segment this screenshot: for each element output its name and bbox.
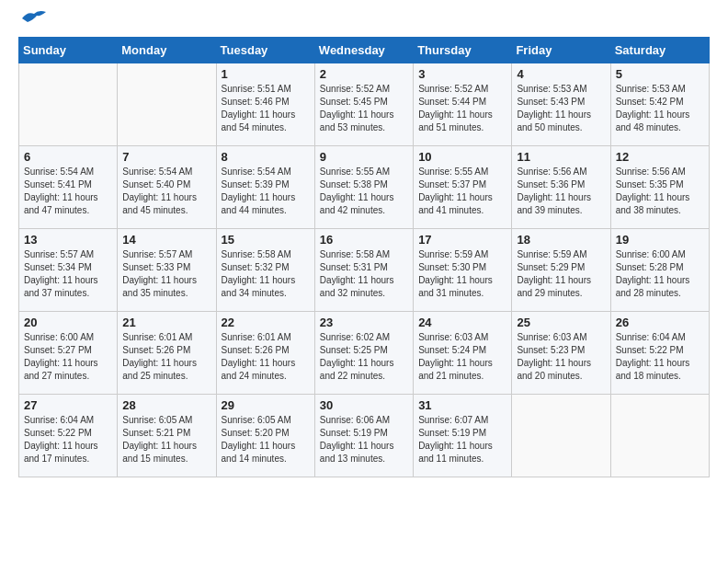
day-number: 8: [222, 150, 310, 164]
day-number: 22: [222, 316, 310, 329]
calendar-cell: 5Sunrise: 5:53 AM Sunset: 5:42 PM Daylig…: [610, 63, 709, 146]
day-number: 12: [616, 150, 704, 164]
day-number: 25: [517, 316, 605, 329]
day-info: Sunrise: 5:58 AM Sunset: 5:32 PM Dayligh…: [222, 248, 310, 300]
calendar-cell: 29Sunrise: 6:05 AM Sunset: 5:20 PM Dayli…: [216, 395, 314, 477]
day-info: Sunrise: 6:03 AM Sunset: 5:23 PM Dayligh…: [517, 331, 605, 383]
day-info: Sunrise: 6:03 AM Sunset: 5:24 PM Dayligh…: [418, 331, 506, 383]
calendar-week-row: 1Sunrise: 5:51 AM Sunset: 5:46 PM Daylig…: [19, 63, 710, 146]
calendar-cell: 12Sunrise: 5:56 AM Sunset: 5:35 PM Dayli…: [610, 146, 709, 229]
day-number: 16: [320, 233, 408, 247]
day-number: 29: [222, 398, 310, 412]
day-number: 3: [418, 67, 506, 81]
day-number: 1: [222, 67, 310, 81]
calendar-cell: 13Sunrise: 5:57 AM Sunset: 5:34 PM Dayli…: [19, 229, 118, 312]
weekday-header-wednesday: Wednesday: [314, 38, 413, 63]
calendar-cell: 18Sunrise: 5:59 AM Sunset: 5:29 PM Dayli…: [512, 229, 610, 312]
calendar-cell: 21Sunrise: 6:01 AM Sunset: 5:26 PM Dayli…: [118, 312, 216, 395]
calendar-cell: 25Sunrise: 6:03 AM Sunset: 5:23 PM Dayli…: [512, 312, 610, 395]
day-number: 5: [616, 67, 704, 81]
day-number: 31: [418, 398, 506, 412]
day-info: Sunrise: 5:58 AM Sunset: 5:31 PM Dayligh…: [320, 248, 408, 300]
day-info: Sunrise: 5:55 AM Sunset: 5:37 PM Dayligh…: [418, 166, 506, 217]
calendar-cell: 19Sunrise: 6:00 AM Sunset: 5:28 PM Dayli…: [610, 229, 709, 312]
day-info: Sunrise: 5:54 AM Sunset: 5:40 PM Dayligh…: [122, 166, 210, 217]
day-info: Sunrise: 5:56 AM Sunset: 5:36 PM Dayligh…: [517, 166, 605, 217]
day-number: 7: [122, 150, 210, 164]
day-info: Sunrise: 6:07 AM Sunset: 5:19 PM Dayligh…: [418, 414, 506, 465]
calendar-cell: 2Sunrise: 5:52 AM Sunset: 5:45 PM Daylig…: [314, 63, 413, 146]
logo-bird-icon: [20, 9, 48, 28]
calendar-cell: 14Sunrise: 5:57 AM Sunset: 5:33 PM Dayli…: [118, 229, 216, 312]
calendar-week-row: 27Sunrise: 6:04 AM Sunset: 5:22 PM Dayli…: [19, 395, 710, 477]
day-number: 13: [24, 233, 112, 247]
day-info: Sunrise: 5:57 AM Sunset: 5:34 PM Dayligh…: [24, 248, 112, 300]
day-number: 26: [616, 316, 704, 329]
day-number: 4: [517, 67, 605, 81]
calendar-cell: [19, 63, 118, 146]
calendar-cell: [610, 395, 709, 477]
calendar-cell: 20Sunrise: 6:00 AM Sunset: 5:27 PM Dayli…: [19, 312, 118, 395]
day-info: Sunrise: 5:56 AM Sunset: 5:35 PM Dayligh…: [616, 166, 704, 217]
calendar-cell: 24Sunrise: 6:03 AM Sunset: 5:24 PM Dayli…: [414, 312, 512, 395]
day-number: 2: [320, 67, 408, 81]
day-info: Sunrise: 5:51 AM Sunset: 5:46 PM Dayligh…: [222, 83, 310, 134]
day-info: Sunrise: 6:05 AM Sunset: 5:20 PM Dayligh…: [222, 414, 310, 465]
calendar-cell: 3Sunrise: 5:52 AM Sunset: 5:44 PM Daylig…: [414, 63, 512, 146]
day-number: 30: [320, 398, 408, 412]
day-info: Sunrise: 6:05 AM Sunset: 5:21 PM Dayligh…: [122, 414, 210, 465]
weekday-header-monday: Monday: [118, 38, 216, 63]
day-info: Sunrise: 6:00 AM Sunset: 5:27 PM Dayligh…: [24, 331, 112, 383]
day-info: Sunrise: 5:53 AM Sunset: 5:42 PM Dayligh…: [616, 83, 704, 134]
day-number: 6: [24, 150, 112, 164]
day-info: Sunrise: 5:55 AM Sunset: 5:38 PM Dayligh…: [320, 166, 408, 217]
calendar-cell: 6Sunrise: 5:54 AM Sunset: 5:41 PM Daylig…: [19, 146, 118, 229]
weekday-header-thursday: Thursday: [414, 38, 512, 63]
calendar-cell: 10Sunrise: 5:55 AM Sunset: 5:37 PM Dayli…: [414, 146, 512, 229]
day-info: Sunrise: 5:57 AM Sunset: 5:33 PM Dayligh…: [122, 248, 210, 300]
calendar-cell: 31Sunrise: 6:07 AM Sunset: 5:19 PM Dayli…: [414, 395, 512, 477]
day-number: 23: [320, 316, 408, 329]
day-number: 17: [418, 233, 506, 247]
calendar-cell: 27Sunrise: 6:04 AM Sunset: 5:22 PM Dayli…: [19, 395, 118, 477]
calendar-cell: 16Sunrise: 5:58 AM Sunset: 5:31 PM Dayli…: [314, 229, 413, 312]
day-info: Sunrise: 5:54 AM Sunset: 5:39 PM Dayligh…: [222, 166, 310, 217]
weekday-header-friday: Friday: [512, 38, 610, 63]
day-info: Sunrise: 5:59 AM Sunset: 5:29 PM Dayligh…: [517, 248, 605, 300]
day-info: Sunrise: 6:02 AM Sunset: 5:25 PM Dayligh…: [320, 331, 408, 383]
day-info: Sunrise: 5:53 AM Sunset: 5:43 PM Dayligh…: [517, 83, 605, 134]
day-number: 24: [418, 316, 506, 329]
calendar-cell: 17Sunrise: 5:59 AM Sunset: 5:30 PM Dayli…: [414, 229, 512, 312]
day-info: Sunrise: 6:01 AM Sunset: 5:26 PM Dayligh…: [122, 331, 210, 383]
calendar-cell: 7Sunrise: 5:54 AM Sunset: 5:40 PM Daylig…: [118, 146, 216, 229]
day-info: Sunrise: 6:04 AM Sunset: 5:22 PM Dayligh…: [616, 331, 704, 383]
calendar-cell: 28Sunrise: 6:05 AM Sunset: 5:21 PM Dayli…: [118, 395, 216, 477]
day-number: 10: [418, 150, 506, 164]
day-number: 19: [616, 233, 704, 247]
logo: [18, 18, 48, 28]
day-info: Sunrise: 6:04 AM Sunset: 5:22 PM Dayligh…: [24, 414, 112, 465]
day-info: Sunrise: 5:54 AM Sunset: 5:41 PM Dayligh…: [24, 166, 112, 217]
calendar-cell: 8Sunrise: 5:54 AM Sunset: 5:39 PM Daylig…: [216, 146, 314, 229]
calendar-table: SundayMondayTuesdayWednesdayThursdayFrid…: [18, 37, 710, 477]
day-info: Sunrise: 5:52 AM Sunset: 5:45 PM Dayligh…: [320, 83, 408, 134]
calendar-cell: 11Sunrise: 5:56 AM Sunset: 5:36 PM Dayli…: [512, 146, 610, 229]
calendar-cell: 9Sunrise: 5:55 AM Sunset: 5:38 PM Daylig…: [314, 146, 413, 229]
day-info: Sunrise: 6:00 AM Sunset: 5:28 PM Dayligh…: [616, 248, 704, 300]
day-number: 27: [24, 398, 112, 412]
calendar-week-row: 13Sunrise: 5:57 AM Sunset: 5:34 PM Dayli…: [19, 229, 710, 312]
day-info: Sunrise: 6:01 AM Sunset: 5:26 PM Dayligh…: [222, 331, 310, 383]
day-info: Sunrise: 5:52 AM Sunset: 5:44 PM Dayligh…: [418, 83, 506, 134]
day-number: 28: [122, 398, 210, 412]
calendar-cell: 30Sunrise: 6:06 AM Sunset: 5:19 PM Dayli…: [314, 395, 413, 477]
weekday-header-row: SundayMondayTuesdayWednesdayThursdayFrid…: [19, 38, 710, 63]
day-number: 14: [122, 233, 210, 247]
calendar-cell: [512, 395, 610, 477]
day-number: 18: [517, 233, 605, 247]
calendar-week-row: 20Sunrise: 6:00 AM Sunset: 5:27 PM Dayli…: [19, 312, 710, 395]
weekday-header-saturday: Saturday: [610, 38, 709, 63]
day-info: Sunrise: 5:59 AM Sunset: 5:30 PM Dayligh…: [418, 248, 506, 300]
calendar-cell: 4Sunrise: 5:53 AM Sunset: 5:43 PM Daylig…: [512, 63, 610, 146]
day-info: Sunrise: 6:06 AM Sunset: 5:19 PM Dayligh…: [320, 414, 408, 465]
day-number: 20: [24, 316, 112, 329]
